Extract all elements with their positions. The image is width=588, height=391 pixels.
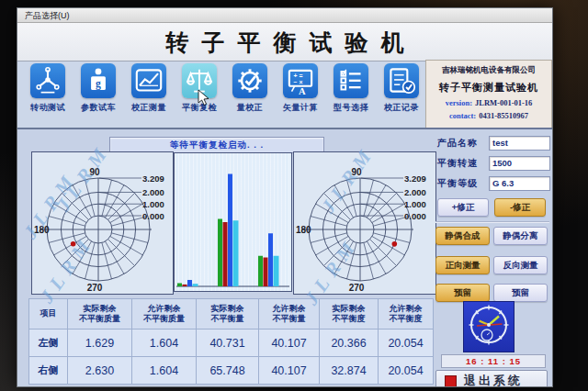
table-cell: 1.604	[132, 330, 197, 357]
table-cell: 65.748	[197, 357, 259, 385]
table-row-left-side: 左侧 1.629 1.604 40.731 40.107 20.366 20.0…	[29, 330, 434, 357]
column-header: 实际剩余 不平衡量	[197, 299, 259, 330]
svg-text:− ×: − ×	[294, 79, 303, 85]
balance-speed-input[interactable]: 1500	[489, 156, 550, 171]
app-window: 产品选择(U) 转子平衡试验机 转动测试	[17, 7, 553, 387]
svg-text:3.209: 3.209	[404, 173, 426, 184]
svg-text:1.000: 1.000	[404, 199, 426, 209]
stop-square-icon	[445, 375, 457, 387]
row-label: 左侧	[29, 330, 68, 357]
version-label: version:	[446, 98, 472, 107]
table-cell: 20.366	[320, 330, 379, 357]
left-polar-chart: 3.2092.0001.0000.00090180270	[31, 151, 174, 295]
clock-face-icon	[464, 302, 514, 352]
rotor-icon	[30, 63, 65, 98]
static-couple-combine-button[interactable]: 静偶合成	[435, 227, 490, 245]
results-table: 项目 实际剩余 不平衡质量 允许剩余 不平衡质量 实际剩余 不平衡量 允许剩余 …	[28, 298, 434, 385]
forward-measure-button[interactable]: 正向测量	[435, 256, 490, 274]
exit-system-button[interactable]: 退出系统	[435, 370, 548, 387]
svg-text:g: g	[96, 78, 101, 90]
version-value: JLRM-001-01-16	[475, 98, 532, 107]
field-balance-speed: 平衡转速 1500	[435, 156, 551, 171]
table-cell: 40.107	[259, 330, 320, 357]
field-label: 平衡转速	[437, 157, 478, 170]
toolbar-item-calibration-measure[interactable]: 校正测量	[126, 63, 172, 114]
svg-text:180: 180	[296, 225, 311, 235]
table-cell: 40.107	[259, 357, 320, 385]
app-title: 转子平衡试验机	[17, 28, 552, 58]
analog-clock	[463, 301, 514, 352]
toolbar-item-vector-calculation[interactable]: + = − × A 矢量计算	[277, 63, 323, 114]
toolbar-item-quantity-calibration[interactable]: 量校正	[227, 63, 273, 114]
table-cell: 1.629	[68, 330, 132, 357]
digital-clock: 16 : 11 : 15	[441, 354, 546, 368]
static-couple-separate-button[interactable]: 静偶分离	[493, 227, 548, 245]
g-parameter-icon: g	[81, 63, 116, 98]
column-header: 实际剩余 不平衡质量	[68, 299, 132, 330]
status-message: 等待平衡复检启动. . .	[170, 140, 264, 150]
main-panel: JLRM JLRM JLRM JLRM JLRM 等待平衡复检启动. . . 3…	[17, 128, 552, 387]
contact-value: 0431-85510967	[479, 111, 528, 120]
toolbar-item-label: 校正测量	[126, 102, 172, 114]
product-name-input[interactable]: test	[489, 136, 550, 151]
toolbar-item-label: 型号选择	[328, 102, 374, 114]
svg-text:0.000: 0.000	[404, 211, 426, 221]
contact-label: contact:	[449, 111, 476, 120]
machine-name: 转子平衡测量试验机	[426, 81, 551, 95]
contact-line: contact:0431-85510967	[426, 111, 551, 120]
column-header: 项目	[29, 299, 68, 330]
field-label: 产品名称	[437, 137, 478, 150]
toolbar: 转动测试 g 参数试车 校正测量	[17, 61, 440, 128]
version-line: version:JLRM-001-01-16	[426, 98, 551, 107]
company-name: 吉林瑞铭机电设备有限公司	[426, 65, 551, 76]
column-header: 允许剩余 不平衡量	[259, 299, 320, 330]
table-header-row: 项目 实际剩余 不平衡质量 允许剩余 不平衡质量 实际剩余 不平衡量 允许剩余 …	[29, 299, 434, 330]
toolbar-item-label: 校正记录	[379, 102, 424, 114]
table-cell: 1.604	[132, 357, 197, 385]
title-bar: 转子平衡试验机	[17, 23, 552, 61]
svg-text:0.000: 0.000	[142, 211, 164, 221]
gear-check-icon	[232, 63, 267, 98]
side-panel: 产品名称 test 平衡转速 1500 平衡等级 G 6.3 +修正 -修正 静…	[435, 134, 551, 387]
menu-bar: 产品选择(U)	[17, 8, 552, 23]
table-cell: 20.054	[379, 357, 434, 385]
column-header: 允许剩余 不平衡质量	[132, 299, 197, 330]
svg-text:3.209: 3.209	[142, 173, 164, 184]
balance-grade-input[interactable]: G 6.3	[489, 176, 550, 191]
toolbar-item-label: 平衡复检	[176, 102, 222, 114]
toolbar-item-label: 矢量计算	[277, 102, 323, 114]
field-balance-grade: 平衡等级 G 6.3	[435, 176, 551, 191]
table-cell: 32.874	[320, 357, 379, 385]
table-cell: 20.054	[379, 330, 434, 357]
toolbar-item-model-selection[interactable]: 型号选择	[328, 63, 374, 114]
toolbar-item-calibration-record[interactable]: 校正记录	[379, 63, 424, 114]
chart-line-icon	[131, 63, 166, 98]
svg-text:270: 270	[87, 283, 103, 293]
reserved-button-2[interactable]: 预留	[493, 284, 548, 302]
menu-product-select[interactable]: 产品选择(U)	[21, 9, 74, 23]
scales-icon	[182, 63, 217, 98]
plus-correction-button[interactable]: +修正	[437, 198, 489, 217]
right-polar-chart: 3.2092.0001.0000.00090180270	[293, 151, 436, 295]
reverse-measure-button[interactable]: 反向测量	[493, 256, 548, 274]
field-label: 平衡等级	[437, 177, 478, 190]
toolbar-item-rotation-test[interactable]: 转动测试	[25, 63, 71, 114]
bar-chart	[174, 152, 292, 292]
document-check-icon	[384, 63, 419, 98]
minus-correction-button[interactable]: -修正	[494, 198, 546, 217]
svg-text:1.000: 1.000	[142, 199, 164, 209]
svg-text:2.000: 2.000	[404, 187, 426, 197]
exit-system-label: 退出系统	[464, 373, 523, 387]
svg-text:270: 270	[349, 283, 365, 293]
divider	[435, 221, 549, 222]
toolbar-item-parameter-trial[interactable]: g 参数试车	[75, 63, 121, 114]
row-label: 右侧	[29, 357, 68, 385]
table-row-right-side: 右侧 2.630 1.604 65.748 40.107 32.874 20.0…	[29, 357, 434, 385]
reserved-button-1[interactable]: 预留	[435, 284, 490, 302]
toolbar-item-balance-recheck[interactable]: 平衡复检	[176, 63, 222, 114]
column-header: 实际剩余 不平衡度	[320, 299, 379, 330]
math-board-icon: + = − × A	[283, 63, 318, 98]
svg-text:A: A	[299, 86, 306, 96]
table-cell: 2.630	[68, 357, 132, 385]
toolbar-item-label: 转动测试	[25, 102, 71, 114]
